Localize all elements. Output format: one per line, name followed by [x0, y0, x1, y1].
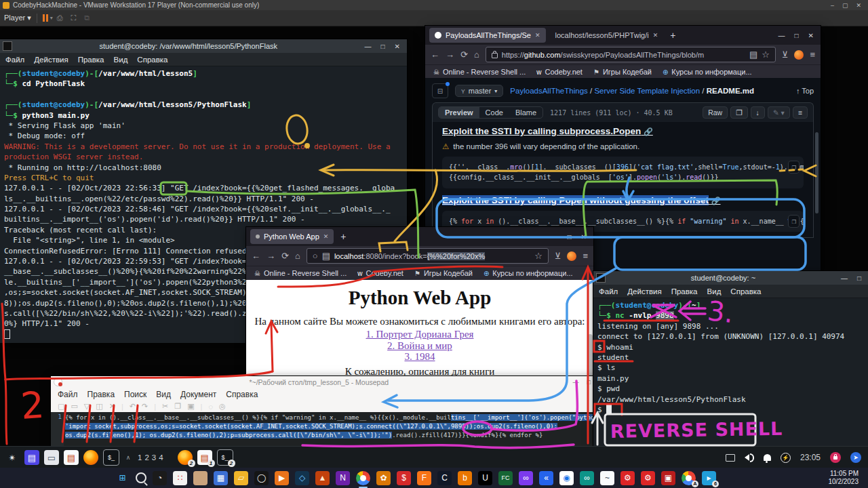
copy-raw-icon[interactable]: ❐ [730, 106, 747, 119]
code-block-subprocess[interactable]: ❐{{''.__class__.mro()[1].__subclasses__(… [442, 157, 804, 188]
start-icon[interactable]: ⊞ [115, 471, 130, 485]
scrollbar[interactable] [815, 132, 818, 214]
terminal-titlebar[interactable]: student@codeby: /var/www/html/lesson5/Py… [0, 39, 407, 53]
vmware-close-button[interactable]: ✕ [856, 2, 861, 9]
blender-icon[interactable]: b [458, 471, 472, 485]
copy-code-icon[interactable]: ❐ [788, 215, 800, 228]
codeby-dragon-logo-icon[interactable]: ✴ [5, 450, 20, 465]
unreal-engine-icon[interactable]: U [478, 471, 492, 485]
workspace-switcher[interactable]: 1234 [138, 453, 166, 462]
breadcrumb-repo-link[interactable]: PayloadsAllTheThings [510, 87, 587, 95]
bookmark-item[interactable]: ⊕Курсы по информаци... [484, 269, 573, 277]
close-button[interactable]: ✕ [581, 233, 587, 241]
vmware-player-menu[interactable]: Player ▾ [4, 14, 31, 22]
close-button[interactable]: ✕ [395, 43, 400, 50]
updates-icon[interactable]: ➤ [850, 452, 861, 463]
home-icon[interactable]: ⌂ [295, 251, 300, 261]
breadcrumb-folder-link[interactable]: Server Side Template Injection [594, 87, 700, 95]
new-tab-button[interactable]: + [670, 30, 675, 41]
telegram-icon[interactable]: ▸6 [702, 471, 716, 485]
vs-code-icon[interactable]: « [539, 471, 553, 485]
chevron-up-icon[interactable]: ∧ [124, 450, 132, 465]
pocket-icon[interactable]: ⊻ [555, 251, 561, 261]
mousepad-icon[interactable]: ▤ [64, 450, 79, 465]
firefox-running-icon[interactable]: 2 [178, 450, 193, 465]
visual-studio-icon[interactable]: ∞ [519, 471, 533, 485]
calendar-icon[interactable]: ▦ [214, 471, 228, 485]
anchor-link-icon[interactable]: 🔗 [711, 197, 721, 205]
scrollbar[interactable] [587, 334, 593, 376]
app-grid-icon[interactable]: ∷ [173, 471, 187, 485]
pycharm-edu-icon[interactable]: FC [498, 471, 513, 485]
leaf-app-icon[interactable]: ✿ [376, 471, 391, 485]
menu-item[interactable]: Справка [226, 390, 258, 399]
firefox-account-icon[interactable] [567, 251, 576, 261]
close-button[interactable]: ✕ [808, 32, 814, 39]
find-replace-icon[interactable]: ◎ [219, 402, 226, 411]
open-icon[interactable]: ▭ [71, 402, 77, 411]
book-link-1[interactable]: 1. Портрет Дориана Грея [246, 329, 593, 340]
menu-item[interactable]: Правка [671, 287, 698, 296]
bird-app-icon[interactable]: ~ [600, 471, 614, 485]
close-file-icon[interactable]: ✕ [109, 402, 115, 411]
bookmark-item[interactable]: wCodeby.net [536, 68, 583, 76]
menu-item[interactable]: Файл [58, 390, 78, 399]
terminal-icon[interactable]: $_ [103, 449, 119, 466]
cut-icon[interactable]: ✂ [162, 402, 168, 411]
onenote-icon[interactable]: N [336, 471, 350, 485]
bookmark-star-icon[interactable]: ☆ [762, 49, 770, 60]
minimize-button[interactable]: — [778, 32, 785, 39]
menu-item[interactable]: Файл [5, 56, 24, 64]
tab-preview[interactable]: Preview [439, 107, 479, 118]
menu-item[interactable]: Справка [137, 56, 167, 64]
bookmark-star-icon[interactable]: ☆ [534, 251, 542, 261]
menu-item[interactable]: Файл [599, 287, 618, 296]
teal-app-icon[interactable]: ∞ [580, 471, 594, 485]
redo-icon[interactable]: ↷ [142, 402, 148, 411]
bookmark-item[interactable]: ☠Online - Reverse Shell ... [254, 269, 347, 277]
file-explorer-icon[interactable]: ▱ [234, 471, 248, 485]
photos-icon[interactable] [193, 471, 208, 485]
mousepad-running-icon[interactable]: ▤1 [197, 450, 212, 465]
maximize-button[interactable]: □ [587, 379, 591, 386]
back-icon[interactable]: ← [431, 49, 439, 60]
menu-item[interactable]: Правка [78, 56, 104, 64]
anchor-link-icon[interactable]: 🔗 [644, 127, 653, 136]
branch-selector[interactable]: ʏ master ▾ [455, 85, 503, 97]
menu-item[interactable]: Действия [627, 287, 661, 296]
red-gear-2-icon[interactable]: ⚙ [641, 471, 655, 485]
mousepad-titlebar[interactable]: *~/Рабочий стол/tmp_lesson_5 - Mousepad … [51, 376, 600, 388]
windows-clock[interactable]: 11:05 PM 10/2/2023 [829, 470, 868, 486]
dashboard-icon[interactable]: ◔ [153, 471, 167, 485]
app-menu-icon[interactable]: ▤ [24, 450, 39, 465]
find-icon[interactable]: ◌ [208, 403, 213, 411]
terminal-output[interactable]: ┌──(student@codeby)-[~]└─$ nc -nvlp 9898… [593, 298, 868, 447]
book-link-2[interactable]: 2. Война и мир [246, 340, 593, 352]
tab-payloadsallthethings[interactable]: PayloadsAllTheThings/Se✕ [429, 28, 546, 43]
send-ctrl-alt-del-icon[interactable]: ⎙ [57, 14, 63, 22]
tab-localhost-phptwig[interactable]: localhost/lesson5/PHPTwig/i✕ [550, 28, 664, 43]
maximize-button[interactable]: □ [795, 32, 799, 39]
menu-item[interactable]: Действия [34, 56, 68, 64]
firefox-account-icon[interactable] [794, 50, 804, 60]
google-maps-icon[interactable]: ◉ [559, 471, 574, 485]
fl-studio-icon[interactable]: F [417, 471, 431, 485]
maximize-button[interactable]: □ [568, 233, 572, 241]
top-link[interactable]: ↑ Top [796, 87, 814, 95]
firefox-icon[interactable] [83, 450, 98, 465]
undo-icon[interactable]: ↶ [130, 402, 136, 411]
tab-close-icon[interactable]: ✕ [323, 233, 329, 240]
forward-icon[interactable]: → [446, 49, 454, 60]
menu-item[interactable]: Поиск [124, 390, 146, 399]
copy-code-icon[interactable]: ❐ [788, 161, 800, 174]
minimize-button[interactable]: — [551, 233, 558, 241]
menu-item[interactable]: Справка [730, 287, 761, 296]
chrome-icon[interactable] [356, 471, 370, 485]
tab-python-web-app[interactable]: Python Web App✕ [250, 229, 334, 244]
menu-icon[interactable]: ≡ [810, 49, 815, 60]
wireframe-app-icon[interactable]: ◇ [295, 471, 309, 485]
reload-icon[interactable]: ⟳ [281, 251, 289, 261]
forward-icon[interactable]: → [267, 251, 275, 261]
vmware-minimize-button[interactable]: – [831, 2, 834, 9]
window-list-icon[interactable] [726, 454, 735, 462]
